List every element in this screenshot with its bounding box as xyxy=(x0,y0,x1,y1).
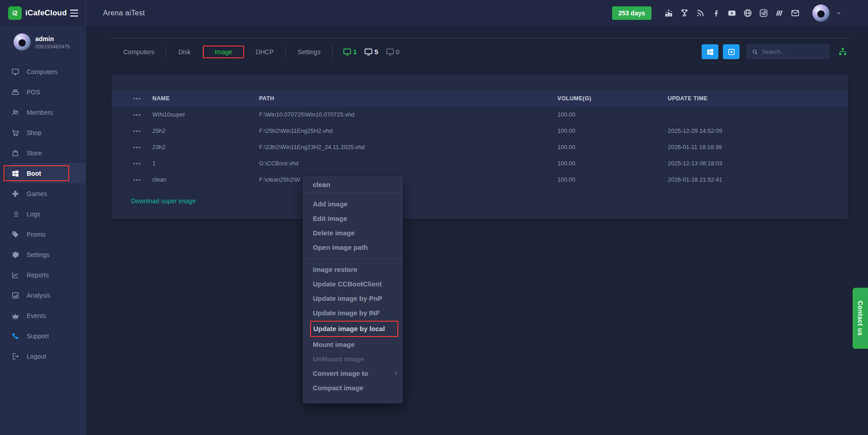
row-menu-icon[interactable]: ••• xyxy=(112,177,152,182)
sidebar-item-settings[interactable]: Settings xyxy=(0,244,86,265)
sidebar-item-label: POS xyxy=(27,89,40,96)
cash-register-icon xyxy=(11,88,20,97)
topbar-right: 253 days xyxy=(612,5,868,22)
sidebar-item-logout[interactable]: Logout xyxy=(0,346,86,366)
search-input[interactable] xyxy=(762,48,824,55)
hamburger-menu-icon[interactable] xyxy=(70,9,78,17)
col-volume: VOLUME(G) xyxy=(557,95,668,102)
table-row[interactable]: ••• 23h2 F:\23h2\Win11Eng23H2_24.11.2025… xyxy=(112,139,848,155)
sidebar-item-computers[interactable]: Computers xyxy=(0,61,86,82)
menu-item-update-image-by-inf[interactable]: Update image by INF xyxy=(303,306,403,320)
menu-item-compact-image[interactable]: Compact image xyxy=(303,381,403,395)
total-clients-count: 5 xyxy=(364,47,378,56)
contact-us-button[interactable]: Contact us xyxy=(853,288,868,349)
add-image-button[interactable] xyxy=(723,44,740,59)
phone-icon xyxy=(11,332,20,341)
table-row[interactable]: ••• clean F:\clean25h2\W 100.00 2026-01-… xyxy=(112,172,848,188)
sidebar-item-label: Members xyxy=(27,109,53,116)
sidebar-item-label: Settings xyxy=(27,251,50,258)
tab-image[interactable]: Image xyxy=(209,47,238,57)
sidebar-item-label: Games xyxy=(27,190,47,197)
table-row[interactable]: ••• 25h2 F:\25h2\Win11Eng25H2.vhd 100.00… xyxy=(112,123,848,139)
search-icon xyxy=(752,49,758,55)
mail-icon[interactable] xyxy=(790,8,800,18)
menu-item-open-image-path[interactable]: Open image path xyxy=(303,240,403,255)
row-menu-icon[interactable]: ••• xyxy=(112,112,152,117)
client-status-counts: 1 5 0 xyxy=(343,47,400,56)
sidebar-item-logs[interactable]: Logs xyxy=(0,204,86,224)
windows-icon xyxy=(706,48,714,56)
image-context-menu: clean Add image Edit image Delete image … xyxy=(303,176,403,403)
sidebar-item-label: Boot xyxy=(27,170,41,177)
sidebar-item-label: Promo xyxy=(27,231,45,238)
line-chart-icon xyxy=(11,271,20,280)
context-menu-group-1: Add image Edit image Delete image Open i… xyxy=(303,193,403,258)
app-window: i2 iCafeCloud Arena aiTest 253 days xyxy=(0,0,868,435)
row-menu-icon[interactable]: ••• xyxy=(112,161,152,166)
page-title: Arena aiTest xyxy=(103,9,145,17)
sidebar-item-promo[interactable]: Promo xyxy=(0,224,86,244)
cell-name: clean xyxy=(152,176,259,183)
icafecloud-mini-logo-icon[interactable] xyxy=(759,8,769,18)
menu-item-update-image-by-local[interactable]: Update image by local xyxy=(310,321,398,337)
annotation-box-image-tab: Image xyxy=(203,46,244,58)
monitor-online-icon xyxy=(343,47,352,56)
sidebar-item-support[interactable]: Support xyxy=(0,326,86,346)
tab-disk[interactable]: Disk xyxy=(166,46,203,58)
tab-dhcp[interactable]: DHCP xyxy=(244,46,286,58)
brand-stack-icon[interactable] xyxy=(774,8,784,18)
col-path: PATH xyxy=(259,95,557,102)
table-row[interactable]: ••• 1 G:\CCBoot.vhd 100.00 2025-12-13 08… xyxy=(112,155,848,172)
chevron-down-icon[interactable] xyxy=(835,10,842,16)
sidebar-user-name: admin xyxy=(35,35,70,42)
menu-item-add-image[interactable]: Add image xyxy=(303,197,403,211)
facebook-icon[interactable] xyxy=(711,8,721,18)
row-menu-header-icon: ••• xyxy=(112,96,152,101)
sidebar-item-shop[interactable]: Shop xyxy=(0,122,86,143)
sidebar-item-members[interactable]: Members xyxy=(0,102,86,122)
globe-icon[interactable] xyxy=(743,8,753,18)
menu-item-update-ccbootclient[interactable]: Update CCBootClient xyxy=(303,277,403,291)
rss-feed-icon[interactable] xyxy=(695,8,705,18)
super-image-tree-icon[interactable] xyxy=(838,47,848,57)
ranking-podium-icon[interactable] xyxy=(664,8,674,18)
tab-computers[interactable]: Computers xyxy=(112,46,166,58)
menu-item-image-restore[interactable]: Image restore xyxy=(303,262,403,277)
brand-name: iCafeCloud xyxy=(25,9,67,18)
table-body: ••• WIN10super F:\Win10.070725\Win10.070… xyxy=(112,107,848,188)
table-row[interactable]: ••• WIN10super F:\Win10.070725\Win10.070… xyxy=(112,107,848,123)
sidebar-item-label: Computers xyxy=(27,68,57,75)
menu-item-delete-image[interactable]: Delete image xyxy=(303,226,403,240)
sidebar-item-games[interactable]: Games xyxy=(0,183,86,204)
sidebar-item-analysis[interactable]: Analysis xyxy=(0,285,86,305)
sidebar-item-events[interactable]: Events xyxy=(0,305,86,326)
menu-item-convert-image-to[interactable]: Convert image to xyxy=(303,366,403,381)
logo-area: i2 iCafeCloud xyxy=(0,0,86,26)
menu-item-unmount-image: UnMount image xyxy=(303,352,403,366)
row-menu-icon[interactable]: ••• xyxy=(112,145,152,150)
cell-path: F:\Win10.070725\Win10.070725.vhd xyxy=(259,111,557,118)
row-menu-icon[interactable]: ••• xyxy=(112,128,152,134)
sidebar-item-label: Events xyxy=(27,312,46,319)
sidebar-item-boot[interactable]: Boot xyxy=(5,163,86,183)
sidebar-item-store[interactable]: Store xyxy=(0,143,86,163)
trophy-icon[interactable] xyxy=(679,8,689,18)
menu-item-mount-image[interactable]: Mount image xyxy=(303,337,403,352)
youtube-icon[interactable] xyxy=(727,8,737,18)
tab-settings[interactable]: Settings xyxy=(286,46,333,58)
license-days-badge[interactable]: 253 days xyxy=(612,6,651,20)
menu-item-edit-image[interactable]: Edit image xyxy=(303,211,403,226)
sidebar-item-reports[interactable]: Reports xyxy=(0,265,86,285)
user-avatar[interactable] xyxy=(812,5,830,22)
cell-volume: 100.00 xyxy=(557,160,668,167)
sidebar-user-avatar[interactable] xyxy=(14,33,31,51)
menu-item-update-image-by-pnp[interactable]: Update image by PnP xyxy=(303,291,403,306)
cell-name: 25h2 xyxy=(152,127,259,134)
sidebar-item-pos[interactable]: POS xyxy=(0,82,86,102)
cell-volume: 100.00 xyxy=(557,144,668,150)
windows-boot-button[interactable] xyxy=(702,44,718,59)
cell-update-time: 2025-12-13 08:18:03 xyxy=(668,160,848,167)
col-name: NAME xyxy=(152,95,259,102)
download-super-image-link[interactable]: Download super image xyxy=(131,197,196,205)
tag-icon xyxy=(11,230,20,239)
